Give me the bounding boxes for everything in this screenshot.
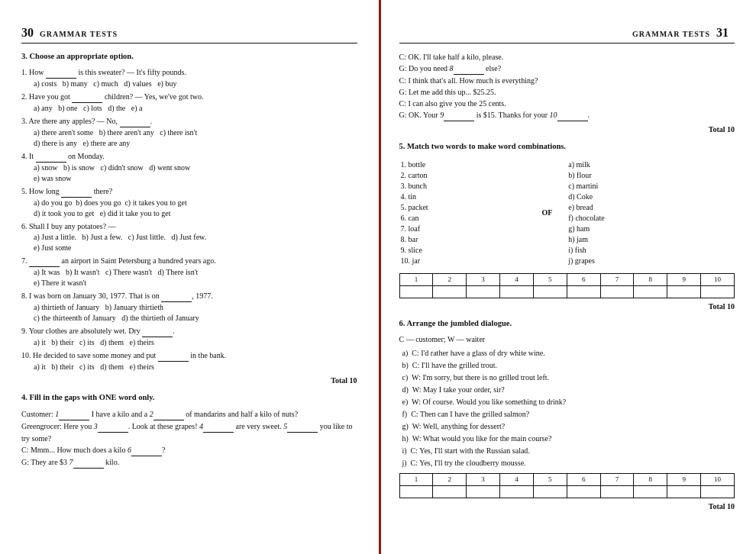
grid-header: 5 xyxy=(533,274,567,286)
right-header: GRAMMAR TESTS 31 xyxy=(399,24,735,43)
question-10: 10. He decided to save some money and pu… xyxy=(21,350,357,372)
list-item: d) W: May I take your order, sir? xyxy=(402,385,735,395)
grid-header: 5 xyxy=(533,473,567,485)
dialogue-list: a) C: I'd rather have a glass of dry whi… xyxy=(402,348,735,469)
section-5-title: 5. Match two words to make word combinat… xyxy=(399,141,735,153)
section3-total: Total 10 xyxy=(21,375,357,386)
section-3: 3. Choose an appropriate option. 1. How … xyxy=(21,51,357,386)
grid-cell xyxy=(467,485,500,498)
grid-header: 3 xyxy=(467,274,500,286)
grid-header: 2 xyxy=(433,274,467,286)
grid-header: 8 xyxy=(634,274,667,286)
section6-legend: C — customer; W — waiter xyxy=(399,334,735,345)
match-left: 1. bottle 2. carton 3. bunch 4. tin 5. p… xyxy=(401,159,526,267)
right-page-title: GRAMMAR TESTS xyxy=(632,29,710,40)
grid-header: 10 xyxy=(701,274,735,286)
grid-header: 9 xyxy=(667,473,701,485)
page-right: GRAMMAR TESTS 31 C: OK. I'll take half a… xyxy=(381,0,757,554)
grid-header: 6 xyxy=(567,473,600,485)
grid-header: 1 xyxy=(399,274,433,286)
question-1: 1. How is this sweater? — It's fifty pou… xyxy=(21,67,357,89)
grid-cell xyxy=(667,485,701,498)
list-item: i) C: Yes, I'll start with the Russian s… xyxy=(402,446,735,456)
question-3: 3. Are there any apples? — No, . a) ther… xyxy=(21,116,357,149)
grid-cell xyxy=(500,485,534,498)
grid-cell xyxy=(600,286,634,298)
dialogue-total: Total 10 xyxy=(399,124,735,135)
left-header: 30 GRAMMAR TESTS xyxy=(21,24,357,43)
book-spread: 30 GRAMMAR TESTS 3. Choose an appropriat… xyxy=(0,0,756,554)
page-left: 30 GRAMMAR TESTS 3. Choose an appropriat… xyxy=(0,0,381,554)
list-item: h) W: What would you like for the main c… xyxy=(402,433,735,444)
list-item: f) C: Then can I have the grilled salmon… xyxy=(402,409,735,420)
grid-cell xyxy=(467,286,500,298)
grid-cell xyxy=(567,485,600,498)
grid-header: 4 xyxy=(500,473,534,485)
section5-answer-grid: 1 2 3 4 5 6 7 8 9 10 xyxy=(399,273,735,298)
grid-cell xyxy=(667,286,701,298)
section-6-title: 6. Arrange the jumbled dialogue. xyxy=(399,318,735,330)
grid-cell xyxy=(600,485,634,498)
left-page-title: GRAMMAR TESTS xyxy=(40,29,118,40)
grid-cell xyxy=(500,286,534,298)
grid-header: 8 xyxy=(634,473,667,485)
list-item: b) C: I'll have the grilled trout. xyxy=(402,360,735,371)
list-item: a) C: I'd rather have a glass of dry whi… xyxy=(402,348,735,359)
of-label: OF xyxy=(527,159,567,267)
section4-text: Customer: 1 I have a kilo and a 2 of man… xyxy=(21,408,357,469)
match-right: a) milk b) flour c) martini d) Coke e) b… xyxy=(568,159,733,267)
question-9: 9. Your clothes are absolutely wet. Dry … xyxy=(21,326,357,348)
list-item: j) C: Yes, I'll try the cloudberry mouss… xyxy=(402,458,735,469)
grid-cell xyxy=(634,485,667,498)
section-6: 6. Arrange the jumbled dialogue. C — cus… xyxy=(399,318,735,512)
grid-header: 10 xyxy=(701,473,735,485)
section-4: 4. Fill in the gaps with ONE word only. … xyxy=(21,392,357,469)
question-4: 4. It on Monday. a) snow b) is snow c) d… xyxy=(21,151,357,184)
grid-cell xyxy=(634,286,667,298)
grid-cell xyxy=(433,286,467,298)
section6-total: Total 10 xyxy=(399,501,735,512)
grid-cell xyxy=(399,485,433,498)
list-item: e) W: Of course. Would you like somethin… xyxy=(402,397,735,407)
question-2: 2. Have you got children? — Yes, we've g… xyxy=(21,92,357,114)
grid-cell xyxy=(567,286,600,298)
grid-header: 9 xyxy=(667,274,701,286)
grid-header: 3 xyxy=(467,473,500,485)
question-8: 8. I was born on January 30, 1977. That … xyxy=(21,291,357,324)
grid-header: 1 xyxy=(399,473,433,485)
section-3-title: 3. Choose an appropriate option. xyxy=(21,51,357,63)
grid-header: 2 xyxy=(433,473,467,485)
question-5: 5. How long there? a) do you go b) does … xyxy=(21,186,357,219)
grid-cell xyxy=(533,286,567,298)
continued-dialogue: C: OK. I'll take half a kilo, please. G:… xyxy=(399,51,735,135)
grid-header: 7 xyxy=(600,473,634,485)
grid-cell xyxy=(399,286,433,298)
section-5: 5. Match two words to make word combinat… xyxy=(399,141,735,312)
section6-answer-grid: 1 2 3 4 5 6 7 8 9 10 xyxy=(399,473,735,498)
question-7: 7. an airport in Saint Petersburg a hund… xyxy=(21,256,357,288)
match-columns: 1. bottle 2. carton 3. bunch 4. tin 5. p… xyxy=(399,157,735,269)
q1-options: a) costs b) many c) much d) values e) bu… xyxy=(34,79,357,89)
grid-header: 4 xyxy=(500,274,534,286)
section-4-title: 4. Fill in the gaps with ONE word only. xyxy=(21,392,357,404)
grid-header: 6 xyxy=(567,274,600,286)
list-item: c) W: I'm sorry, but there is no grilled… xyxy=(402,372,735,383)
grid-cell xyxy=(433,485,467,498)
list-item: g) W: Well, anything for dessert? xyxy=(402,421,735,432)
grid-cell xyxy=(701,485,735,498)
grid-cell xyxy=(533,485,567,498)
left-page-number: 30 xyxy=(21,24,34,41)
grid-cell xyxy=(701,286,735,298)
section5-total: Total 10 xyxy=(399,301,735,312)
question-6: 6. Shall I buy any potatoes? — a) Just a… xyxy=(21,221,357,253)
q1-text: 1. How is this sweater? — It's fifty pou… xyxy=(21,67,357,79)
grid-header: 7 xyxy=(600,274,634,286)
right-page-number: 31 xyxy=(716,24,729,41)
